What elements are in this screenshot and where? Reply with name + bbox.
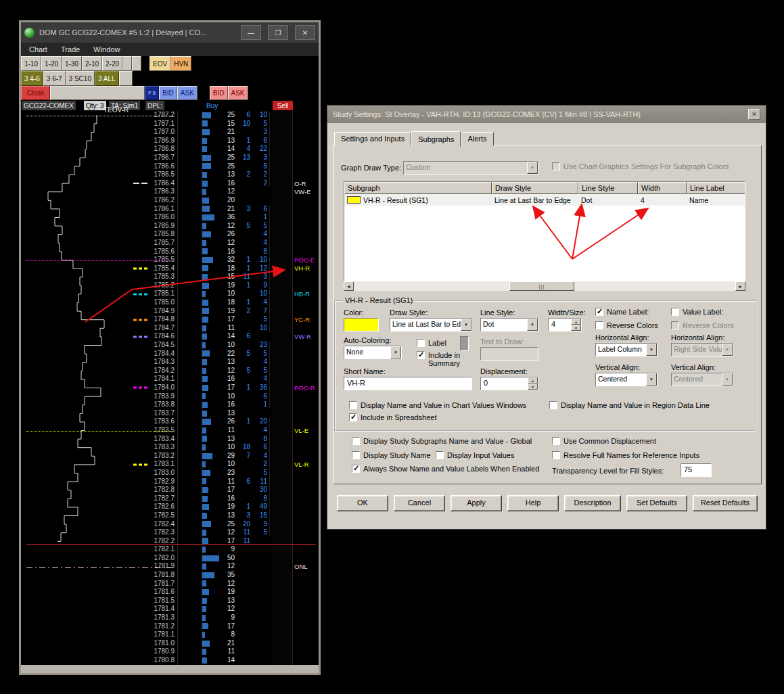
- bid-size-cell[interactable]: 11: [221, 426, 235, 435]
- dom-ladder-row[interactable]: 1787.115105: [21, 120, 319, 129]
- bid-size-cell[interactable]: 25: [221, 520, 235, 529]
- dom-ladder-row[interactable]: 1786.312VW-E: [21, 187, 319, 196]
- dom-ladder-row[interactable]: 1785.6168: [21, 248, 319, 256]
- ask-size-cell[interactable]: [273, 597, 293, 605]
- bid-size-cell[interactable]: 10: [221, 443, 235, 452]
- display-in-chart-values-checkbox[interactable]: Display Name and Value in Chart Values W…: [349, 401, 526, 409]
- price-cell[interactable]: 1784.4: [149, 350, 178, 358]
- dom-ladder-row[interactable]: 1783.4138: [21, 435, 319, 444]
- blank-button[interactable]: [50, 86, 145, 100]
- dom-ladder-row[interactable]: 1786.0361: [21, 213, 319, 222]
- dom-ladder-row[interactable]: 1783.626120: [21, 417, 319, 426]
- ask-size-cell[interactable]: [273, 545, 293, 554]
- dom-ladder-row[interactable]: 1783.5114VL-E: [21, 426, 319, 435]
- bid-size-cell[interactable]: 16: [221, 179, 235, 188]
- bid-bar-cell[interactable]: [202, 120, 221, 129]
- price-cell[interactable]: 1782.3: [149, 528, 178, 537]
- price-cell[interactable]: 1781.1: [149, 630, 178, 639]
- bid-size-cell[interactable]: 19: [221, 307, 235, 316]
- blank-button[interactable]: [119, 71, 133, 86]
- cell-subgraph[interactable]: VH-R - Result (SG1): [344, 196, 492, 204]
- ask-size-cell[interactable]: [273, 409, 293, 418]
- dropdown-arrow-icon[interactable]: [527, 162, 538, 174]
- bid-size-cell[interactable]: 23: [221, 469, 235, 478]
- cell-draw-style[interactable]: Line at Last Bar to Edge: [492, 196, 578, 204]
- bid-size-cell[interactable]: 16: [221, 494, 235, 503]
- ask-size-cell[interactable]: [273, 290, 293, 298]
- ask-size-cell[interactable]: [273, 469, 293, 478]
- close-position-button[interactable]: Close: [21, 86, 50, 100]
- bid-bar-cell[interactable]: [202, 248, 221, 256]
- ask-size-cell[interactable]: [273, 341, 293, 350]
- dom-ladder-row[interactable]: 1782.425209: [21, 520, 319, 529]
- close-window-button[interactable]: ✕: [295, 25, 315, 40]
- bid-bar-cell[interactable]: [202, 400, 221, 409]
- ask-size-cell[interactable]: [273, 528, 293, 537]
- dpl-field[interactable]: DPL:: [145, 101, 164, 110]
- horizontal-align-dropdown-value[interactable]: Right Side Valu: [671, 343, 733, 356]
- bid-size-cell[interactable]: 19: [221, 588, 235, 597]
- bid-bar-cell[interactable]: [202, 137, 221, 145]
- scroll-left-icon[interactable]: ◄: [344, 281, 354, 291]
- dom-ladder-row[interactable]: 1786.91316: [21, 137, 319, 145]
- bid-bar-cell[interactable]: [202, 597, 221, 605]
- bid-bar-cell[interactable]: [202, 494, 221, 503]
- tab-subgraphs[interactable]: Subgraphs: [411, 131, 461, 147]
- bid-bar-cell[interactable]: [202, 435, 221, 444]
- ask-size-cell[interactable]: [273, 264, 293, 273]
- column-header-draw-style[interactable]: Draw Style: [492, 182, 578, 194]
- ask-size-cell[interactable]: [273, 256, 293, 264]
- column-header-line-style[interactable]: Line Style: [578, 182, 638, 194]
- bid-size-cell[interactable]: 12: [221, 605, 235, 614]
- price-cell[interactable]: 1785.8: [149, 230, 178, 239]
- bid-size-cell[interactable]: 26: [221, 230, 235, 239]
- bid-size-cell[interactable]: 10: [221, 392, 235, 401]
- bid-size-cell[interactable]: 13: [221, 358, 235, 367]
- bid-size-cell[interactable]: 50: [221, 554, 235, 563]
- ask-size-cell[interactable]: [273, 170, 293, 179]
- bid-bar-cell[interactable]: [202, 307, 221, 316]
- bid-bar-cell[interactable]: [202, 554, 221, 563]
- price-cell[interactable]: 1783.8: [149, 400, 178, 409]
- dom-ladder-row[interactable]: 1786.12136: [21, 205, 319, 214]
- horizontal-align-dropdown-name[interactable]: Label Column: [595, 343, 658, 356]
- subgraph-table-row[interactable]: VH-R - Result (SG1) Line at Last Bar to …: [344, 194, 745, 206]
- bid-bar-cell[interactable]: [202, 443, 221, 452]
- vertical-align-dropdown-name[interactable]: Centered: [595, 373, 658, 386]
- dom-ladder-row[interactable]: 1784.6146VW-R: [21, 332, 319, 341]
- bid-bar-cell[interactable]: [202, 588, 221, 597]
- hvn-button[interactable]: HVN: [170, 56, 191, 71]
- bid-size-cell[interactable]: 16: [221, 375, 235, 384]
- ask-size-cell[interactable]: [273, 239, 293, 248]
- bid-size-cell[interactable]: 12: [221, 580, 235, 588]
- bid-bar-cell[interactable]: [202, 222, 221, 231]
- graph-draw-type-dropdown[interactable]: Custom: [403, 161, 538, 175]
- dom-ladder-row[interactable]: 1785.91255: [21, 222, 319, 231]
- dropdown-arrow-icon[interactable]: [722, 344, 733, 356]
- label-color-swatch[interactable]: [460, 336, 469, 351]
- use-chart-graphics-checkbox[interactable]: Use Chart Graphics Settings For Subgraph…: [552, 162, 755, 170]
- dom-ladder-row[interactable]: 1781.021: [21, 639, 319, 648]
- quantity-field[interactable]: Qty: 3: [84, 101, 106, 110]
- bid-bar-cell[interactable]: [202, 162, 221, 171]
- dom-ladder-row[interactable]: 1786.814422: [21, 145, 319, 154]
- bid-size-cell[interactable]: 10: [221, 341, 235, 350]
- dom-ladder-row[interactable]: 1781.412: [21, 605, 319, 614]
- dom-ladder-row[interactable]: 1786.4162O-R: [21, 179, 319, 188]
- bid-size-cell[interactable]: 9: [221, 614, 235, 622]
- bid-bar-cell[interactable]: [202, 571, 221, 580]
- dom-ladder-row[interactable]: 1783.0235: [21, 469, 319, 478]
- bid-bar-cell[interactable]: [202, 528, 221, 537]
- bid-bar-cell[interactable]: [202, 605, 221, 614]
- dropdown-arrow-icon[interactable]: [722, 373, 733, 386]
- dropdown-arrow-icon[interactable]: [390, 346, 401, 358]
- price-cell[interactable]: 1781.5: [149, 597, 178, 605]
- preset-3-4-6-button[interactable]: 3 4-6: [21, 71, 43, 86]
- bid-bar-cell[interactable]: [202, 298, 221, 307]
- bid-size-cell[interactable]: 15: [221, 120, 235, 129]
- spin-down-icon[interactable]: ▼: [528, 384, 538, 390]
- price-cell[interactable]: 1783.3: [149, 443, 178, 452]
- dom-ladder-row[interactable]: 1785.315113: [21, 273, 319, 281]
- bid-bar-cell[interactable]: [202, 256, 221, 264]
- ok-button[interactable]: OK: [337, 495, 388, 511]
